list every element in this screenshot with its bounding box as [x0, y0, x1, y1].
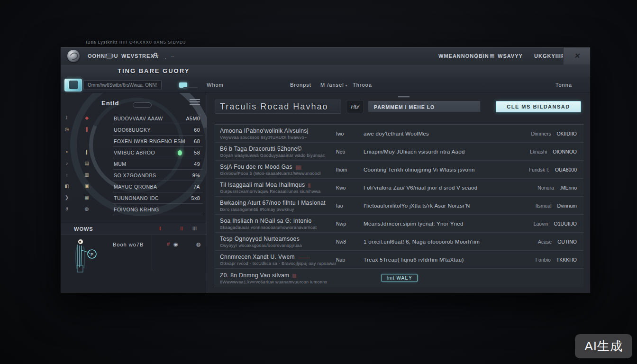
row-right-cell: Fundsk I: OUA8000 — [529, 167, 583, 173]
checkbox-icon[interactable] — [107, 54, 112, 59]
menu-item-right-2[interactable]: WSAVYY — [498, 53, 523, 59]
toolbar: Omm/hw6Swtbr/6rsWwaa. ONN! Whom Bronpst … — [61, 77, 590, 93]
row-right-cell: Dimmers OKIIDIIO — [531, 131, 583, 136]
sidebar-stat-row[interactable]: ⨟ ▥ SO X7GOANDBS 9% — [61, 170, 207, 181]
stat-label: BUDOVVAAV AAAW — [114, 116, 163, 121]
table-last-row[interactable]: Z0. 8n Dnmng Vao silvam|||||| 8Wwwwvaa1.… — [215, 269, 583, 287]
primary-action-button[interactable]: CLE MS BILDANSAD — [496, 101, 581, 112]
row-right-cell: Acase GUTINO — [538, 239, 583, 245]
row-main-cell: Amoona IPabno'wolinik Alvsulnsj Vwywvaa … — [215, 127, 336, 140]
row-status: Fonbio — [536, 257, 551, 263]
menu-item-2[interactable]: WEVSTREX — [121, 53, 155, 59]
badge-icon[interactable]: ◉ — [173, 241, 178, 247]
row-title: Soa Ihsliach n NGail sa G: Intonio — [220, 218, 336, 224]
app-logo-icon — [67, 50, 80, 62]
chevron-down-icon: ▾ — [346, 83, 348, 88]
table-row[interactable]: B6 b Taga Dracorutti 52hone© Ooyan waays… — [215, 143, 583, 161]
hash-icon[interactable]: # — [167, 241, 170, 247]
row-subtitle: Ooyan waaysuwwa Gooduyyaaainar wado biyu… — [220, 153, 336, 158]
row-right-cell: Fonbio TKKKHO — [536, 257, 583, 263]
page-title: Traculis Rocad Havhao — [220, 102, 328, 112]
row-status: Laovin — [534, 221, 548, 227]
sidebar-stat-row[interactable]: ◎ ❚ UOO68UUGKY 60 — [61, 124, 207, 136]
toggle-checkbox[interactable] — [179, 82, 187, 88]
row-tag: Iwo — [336, 131, 364, 136]
sidebar-stat-row[interactable]: ⌇ ◆ BUDOVVAAV AAAW A5M0 — [61, 113, 207, 124]
row-subtitle: Cwyoyyr wooaksgooau/ooorovanopjruaa — [220, 243, 336, 248]
teal-app-icon[interactable] — [64, 79, 82, 91]
row-right-cell: Itsmual Dvinnum — [536, 203, 583, 209]
search-input[interactable]: Omm/hw6Swtbr/6rsWwaa. ONN! — [83, 80, 162, 90]
red-tick-icon: I — [159, 226, 161, 231]
table-row[interactable]: Bwkaoing Aturt 67/noo filhtu I Maslonat … — [215, 197, 583, 215]
table-row[interactable]: Til lsaggaali mal Moa Ihallmqus|||| Gurp… — [215, 179, 583, 197]
stat-label: SO X7GOANDBS — [114, 173, 156, 178]
row-description: awe doy'tethant WoolMes — [364, 131, 531, 136]
tab-browse[interactable]: Bronpst — [290, 82, 311, 88]
stat-value: 7A — [193, 184, 200, 190]
row-description: Treax 5Treap( liqnu6 rvfdrhm M'taXtau) — [364, 257, 536, 263]
table-row[interactable]: SsjA Fou doe rc Mood Gas||||||||| GkVoow… — [215, 161, 583, 179]
row-main-cell: Til lsaggaali mal Moa Ihallmqus|||| Gurp… — [215, 182, 336, 194]
tab-threads[interactable]: Throoa — [353, 82, 372, 88]
count-button[interactable]: Hb/ — [346, 100, 364, 113]
row-mini-icon-1: ◧ — [64, 183, 70, 189]
row-main-cell: B6 b Taga Dracorutti 52hone© Ooyan waays… — [215, 146, 336, 158]
minimize-icon[interactable]: – — [171, 53, 174, 58]
sidebar-stat-row[interactable]: FOXEN IWXR RNGFNO ESM 68 — [61, 136, 207, 147]
terms-link[interactable]: Tonna — [555, 82, 572, 88]
load-more-button[interactable]: Init WAEY — [381, 274, 417, 282]
records-table: Amoona IPabno'wolinik Alvsulnsj Vwywvaa … — [215, 124, 583, 287]
table-row[interactable]: Soa Ihsliach n NGail sa G: Intonio Skaag… — [215, 215, 583, 233]
row-subtitle: Gurpusrscvarnorrvaquw Recaaalilunes siun… — [220, 189, 336, 194]
sidebar-stat-row[interactable]: ◧ ▣ MAYUC QRONBA 7A — [61, 181, 207, 192]
row-tag: Ihom — [336, 167, 364, 173]
row-mini-icon-1: ♪ — [64, 161, 70, 166]
table-row[interactable]: Tesp Ognoyyod Nurteamsoes Cwyoyyr wooaks… — [215, 233, 583, 251]
filter-dropdown[interactable]: PARMMEM I MEHE LO — [368, 101, 481, 112]
close-button[interactable]: ✕ — [563, 47, 590, 64]
row-main-cell: SsjA Fou doe rc Mood Gas||||||||| GkVoow… — [215, 164, 336, 176]
row-id: O1UUIIJO — [554, 221, 577, 227]
row-title: Z0. 8n Dnmng Vao silvam|||||| — [220, 272, 336, 279]
row-description: I oli'vralora Zau/ V6/naal jnor d srod V… — [364, 185, 537, 191]
dot-glyph: . — [165, 54, 166, 60]
stat-label: MAYUC QRONBA — [114, 184, 157, 190]
row-subtitle: Vwywvaa soucssoo 8sy:RUAUOI hwawvo~ — [220, 135, 336, 140]
sidebar-stat-row[interactable]: ❯ ▦ TUUNONANO IDC 5x8 — [61, 192, 207, 204]
row-description: MeansJdrxeori:sipim tyenal: Ynor Yned — [364, 221, 534, 227]
table-row[interactable]: Amoona IPabno'wolinik Alvsulnsj Vwywvaa … — [215, 125, 583, 143]
hamburger-menu-icon[interactable] — [190, 98, 200, 106]
tab-home[interactable]: Whom — [207, 82, 224, 88]
row-status: Itsmual — [536, 203, 552, 209]
grid-icon: ▦ — [490, 53, 494, 59]
script-r-icon[interactable]: ℞ — [153, 52, 159, 59]
list-lines-icon[interactable] — [398, 94, 410, 99]
row-note: ||||||||| — [295, 165, 301, 170]
sidebar-stat-row[interactable]: • ❙ VMIBUC ABROO 58 — [61, 147, 207, 158]
sidebar-stats-list: ⌇ ◆ BUDOVVAAV AAAW A5M0 ◎ ❚ UOO68UUGKY 6… — [61, 113, 207, 215]
menu-item-right-1[interactable]: WMEANNONGBIN — [438, 53, 489, 59]
stat-value: 68 — [194, 138, 200, 144]
row-mini-icon-1: ⨟ — [64, 172, 70, 178]
chevron-right-icon[interactable]: ❯ — [475, 53, 479, 58]
tab-manual[interactable]: M /ansel▾ — [320, 82, 348, 88]
desktop-caption: IBsa Lystknitt IIIII O4KXXX0 0AN5 SIBVD3 — [86, 40, 186, 45]
vertical-divider — [152, 235, 152, 271]
row-mini-icon-2: ▤ — [83, 161, 90, 166]
app-window: OOHNNOU WEVSTREX ℞ . – WMEANNONGBIN ❯ ▦ … — [61, 47, 590, 293]
sidebar-stat-row[interactable]: ♪ ▤ MUM 49 — [61, 158, 207, 170]
row-main-cell: Z0. 8n Dnmng Vao silvam|||||| 8Wwwwvaa1.… — [215, 272, 336, 284]
sidebar-stat-row[interactable]: ∂ ◍ FOIVONG KRHNG — [61, 204, 207, 215]
circle-badge-icon[interactable]: ◍ — [196, 241, 201, 247]
stat-value: A5M0 — [186, 116, 200, 121]
row-status: Fundsk I: — [529, 167, 549, 173]
row-right-cell: Laovin O1UUIIJO — [534, 221, 583, 227]
row-subtitle: GkVoow/Foou b (Woo-saaaaNuarnz/Wwwunoood… — [220, 171, 336, 176]
row-tag: Nw8 — [336, 239, 364, 245]
table-row[interactable]: Cnnmrecen Xandt U. Vwem====== Otkvapr rv… — [215, 251, 583, 269]
menu-item-1[interactable]: OOHNNOU — [88, 53, 118, 59]
sidebar-header: Entld — [101, 100, 119, 107]
row-mini-icon-2: ▥ — [83, 172, 90, 177]
row-title: Amoona IPabno'wolinik Alvsulnsj — [220, 127, 336, 134]
